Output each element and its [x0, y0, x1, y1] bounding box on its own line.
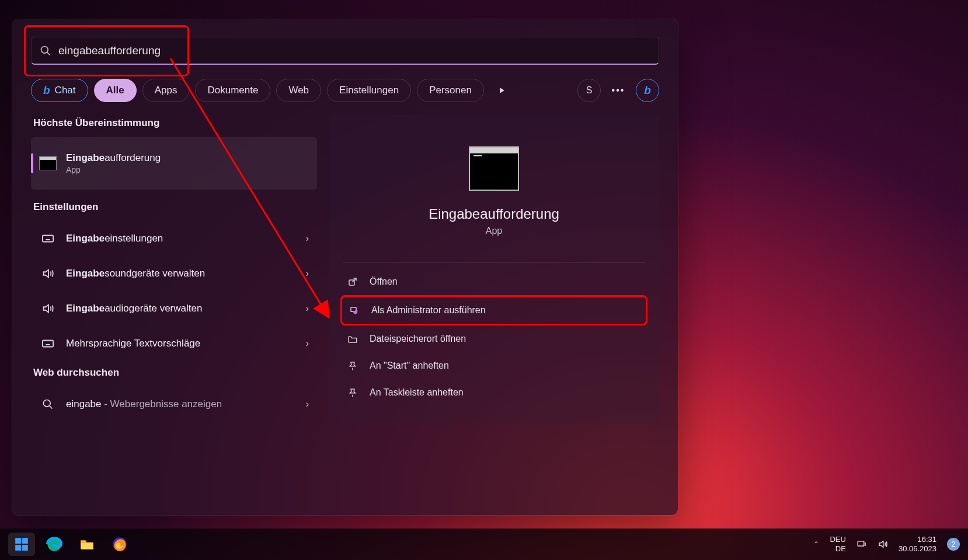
- clock-time: 16:31: [899, 535, 936, 544]
- filter-apps[interactable]: Apps: [142, 79, 190, 102]
- svg-rect-2: [43, 236, 53, 242]
- taskbar-file-explorer[interactable]: [74, 533, 100, 556]
- search-box[interactable]: [31, 37, 659, 65]
- clock[interactable]: 16:31 30.06.2023: [899, 535, 936, 554]
- firefox-icon: [112, 536, 128, 552]
- language-indicator[interactable]: DEU DE: [830, 535, 845, 554]
- start-button[interactable]: [8, 533, 35, 556]
- admin-shield-icon: [348, 305, 361, 316]
- chevron-right-icon: ›: [306, 268, 309, 279]
- result-title: Eingabeeinstellungen: [66, 233, 297, 244]
- action-open-file-location[interactable]: Dateispeicherort öffnen: [329, 326, 659, 352]
- results-left-column: Höchste Übereinstimmung Eingabeaufforder…: [31, 115, 317, 424]
- chevron-right-icon: ›: [306, 233, 309, 244]
- user-avatar[interactable]: S: [577, 79, 601, 102]
- result-title: Eingabesoundgeräte verwalten: [66, 268, 297, 279]
- action-location-label: Dateispeicherort öffnen: [370, 334, 466, 344]
- divider: [343, 262, 645, 262]
- avatar-initial: S: [586, 85, 593, 96]
- action-open[interactable]: Öffnen: [329, 268, 659, 295]
- result-web-search[interactable]: eingabe - Webergebnisse anzeigen ›: [31, 387, 317, 422]
- result-title: Eingabeaufforderung: [66, 152, 309, 164]
- annotation-admin-highlight: Als Administrator ausführen: [340, 295, 647, 326]
- action-pin-taskbar-label: An Taskleiste anheften: [370, 387, 464, 398]
- cmd-icon: [39, 156, 57, 170]
- windows-icon: [14, 537, 29, 552]
- action-pin-taskbar[interactable]: An Taskleiste anheften: [329, 379, 659, 406]
- result-title: Eingabeaudiogeräte verwalten: [66, 303, 297, 314]
- result-settings-item[interactable]: Eingabeaudiogeräte verwalten›: [31, 291, 317, 326]
- filter-documents[interactable]: Dokumente: [195, 79, 270, 102]
- result-best-match[interactable]: Eingabeaufforderung App: [31, 137, 317, 190]
- filter-web[interactable]: Web: [276, 79, 321, 102]
- preview-subtitle: App: [329, 226, 659, 236]
- taskbar: ⌃ DEU DE 16:31 30.06.2023 2: [0, 528, 968, 560]
- search-filter-row: b Chat Alle Apps Dokumente Web Einstellu…: [31, 79, 659, 102]
- lang-top: DEU: [830, 535, 845, 544]
- filter-web-label: Web: [288, 85, 309, 96]
- preview-title: Eingabeaufforderung: [329, 206, 659, 222]
- filter-all[interactable]: Alle: [94, 79, 137, 102]
- result-settings-item[interactable]: Eingabeeinstellungen›: [31, 221, 317, 256]
- search-icon: [40, 45, 51, 57]
- result-subtitle: App: [66, 165, 309, 174]
- chevron-right-icon: ›: [306, 338, 309, 349]
- action-run-as-admin[interactable]: Als Administrator ausführen: [342, 297, 646, 324]
- search-icon: [39, 398, 57, 410]
- action-admin-label: Als Administrator ausführen: [371, 305, 486, 316]
- taskbar-firefox[interactable]: [106, 533, 133, 556]
- sound-icon: [39, 267, 57, 280]
- chevron-right-icon: ›: [306, 399, 309, 410]
- edge-icon: [46, 536, 62, 552]
- result-settings-item[interactable]: Mehrsprachige Textvorschläge›: [31, 326, 317, 361]
- bing-button[interactable]: b: [636, 79, 659, 102]
- action-pin-start[interactable]: An "Start" anheften: [329, 352, 659, 379]
- keyboard-icon: [39, 232, 57, 245]
- svg-point-0: [41, 46, 48, 53]
- web-result-label: eingabe - Webergebnisse anzeigen: [66, 398, 297, 410]
- notification-count: 2: [952, 540, 956, 548]
- keyboard-icon: [39, 337, 57, 350]
- svg-line-1: [47, 52, 50, 55]
- svg-rect-11: [15, 545, 21, 551]
- preview-app-icon: [469, 146, 519, 191]
- filter-more-arrow[interactable]: [490, 79, 513, 102]
- search-input[interactable]: [58, 44, 650, 57]
- section-best-match: Höchste Übereinstimmung: [33, 117, 317, 129]
- pin-icon: [346, 387, 359, 398]
- section-web: Web durchsuchen: [33, 367, 317, 379]
- notification-badge[interactable]: 2: [947, 538, 960, 551]
- svg-rect-14: [81, 541, 86, 543]
- clock-date: 30.06.2023: [899, 544, 936, 554]
- result-settings-item[interactable]: Eingabesoundgeräte verwalten›: [31, 256, 317, 291]
- bing-icon: b: [43, 84, 50, 97]
- svg-rect-16: [858, 541, 864, 546]
- filter-settings-label: Einstellungen: [339, 85, 399, 96]
- filter-apps-label: Apps: [155, 85, 177, 96]
- filter-chat[interactable]: b Chat: [31, 79, 88, 102]
- svg-rect-12: [22, 545, 28, 551]
- filter-people[interactable]: Personen: [417, 79, 484, 102]
- lang-bottom: DE: [830, 544, 845, 554]
- taskbar-edge[interactable]: [41, 533, 68, 556]
- play-icon: [497, 86, 506, 95]
- preview-panel: Eingabeaufforderung App Öffnen Als Admin…: [329, 115, 659, 424]
- section-settings: Einstellungen: [33, 201, 317, 213]
- volume-icon[interactable]: [878, 539, 888, 550]
- svg-point-4: [44, 400, 51, 407]
- network-icon[interactable]: [856, 539, 867, 550]
- svg-rect-3: [43, 341, 53, 347]
- more-options[interactable]: •••: [607, 79, 630, 102]
- folder-icon: [79, 537, 95, 552]
- svg-line-5: [50, 406, 53, 409]
- action-open-label: Öffnen: [370, 276, 398, 287]
- filter-chat-label: Chat: [55, 85, 76, 96]
- action-pin-start-label: An "Start" anheften: [370, 360, 449, 371]
- tray-overflow[interactable]: ⌃: [813, 540, 819, 548]
- folder-icon: [346, 334, 359, 344]
- filter-all-label: Alle: [106, 85, 124, 96]
- sound-icon: [39, 302, 57, 315]
- filter-settings[interactable]: Einstellungen: [327, 79, 411, 102]
- bing-icon: b: [644, 84, 651, 97]
- svg-rect-10: [22, 538, 28, 544]
